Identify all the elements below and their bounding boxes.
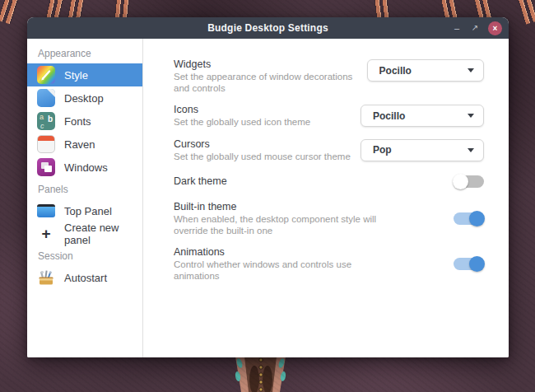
setting-row-animations: Animations Control whether windows and c…: [174, 246, 484, 282]
sidebar-item-label: Top Panel: [64, 205, 112, 217]
dropdown-value: Pop: [373, 144, 468, 156]
setting-title: Cursors: [174, 138, 351, 151]
sidebar-item-label: Create new panel: [64, 222, 142, 246]
sidebar-item-label: Desktop: [64, 92, 104, 105]
setting-title: Dark theme: [174, 175, 227, 188]
setting-description: Set the globally used icon theme: [174, 117, 310, 128]
sidebar-item-autostart[interactable]: Autostart: [27, 266, 142, 289]
fonts-icon-letter: a: [40, 113, 44, 121]
window-title: Budgie Desktop Settings: [27, 22, 509, 34]
toggle-knob: [469, 211, 485, 226]
setting-row-built-in-theme: Built-in theme When enabled, the desktop…: [174, 201, 484, 236]
panel-icon: [37, 204, 55, 217]
fonts-icon: a b c: [37, 112, 55, 130]
setting-row-dark-theme: Dark theme: [174, 175, 484, 188]
setting-description: Set the globally used mouse cursor theme: [174, 152, 351, 163]
sidebar-item-raven[interactable]: Raven: [27, 133, 142, 156]
wallpaper-ribbon: [0, 0, 20, 25]
animations-toggle[interactable]: [454, 258, 484, 270]
raven-icon: [37, 135, 55, 153]
icons-theme-dropdown[interactable]: Pocillo: [361, 105, 484, 127]
setting-title: Animations: [174, 246, 379, 259]
section-session: Session: [27, 245, 142, 266]
setting-description: Control whether windows and controls use…: [174, 259, 379, 282]
setting-title: Built-in theme: [174, 201, 379, 213]
built-in-theme-toggle[interactable]: [454, 212, 484, 225]
minimize-icon[interactable]: –: [452, 24, 462, 33]
desktop-icon: [37, 89, 55, 107]
setting-row-icons: Icons Set the globally used icon theme P…: [174, 104, 484, 128]
autostart-icon: [37, 268, 55, 287]
chevron-down-icon: [468, 148, 474, 152]
sidebar-item-label: Autostart: [64, 272, 107, 284]
widgets-theme-dropdown[interactable]: Pocillo: [367, 59, 484, 82]
setting-title: Widgets: [174, 58, 367, 71]
sidebar: Appearance Style Desktop a b c: [27, 39, 143, 357]
style-icon: [37, 66, 55, 84]
setting-title: Icons: [174, 104, 310, 116]
fonts-icon-letter: b: [48, 114, 53, 124]
titlebar[interactable]: Budgie Desktop Settings – ↗ ×: [27, 17, 509, 39]
cursors-theme-dropdown[interactable]: Pop: [361, 139, 484, 161]
sidebar-item-label: Fonts: [64, 115, 91, 128]
wallpaper-ribbon: [517, 0, 535, 25]
maximize-icon[interactable]: ↗: [470, 24, 480, 32]
sidebar-item-style[interactable]: Style: [27, 63, 142, 86]
chevron-down-icon: [468, 114, 474, 118]
sidebar-item-windows[interactable]: Windows: [27, 156, 142, 179]
settings-panel: Widgets Set the appearance of window dec…: [143, 39, 509, 357]
setting-row-cursors: Cursors Set the globally used mouse curs…: [174, 138, 484, 163]
dropdown-value: Pocillo: [379, 65, 468, 77]
sidebar-item-desktop[interactable]: Desktop: [27, 86, 142, 110]
close-icon[interactable]: ×: [488, 21, 502, 35]
toggle-knob: [469, 256, 485, 272]
sidebar-item-fonts[interactable]: a b c Fonts: [27, 110, 142, 133]
wallpaper-ornament: [230, 357, 291, 392]
sidebar-item-label: Style: [64, 69, 88, 82]
dropdown-value: Pocillo: [373, 110, 468, 122]
sidebar-item-label: Raven: [64, 138, 95, 151]
setting-row-widgets: Widgets Set the appearance of window dec…: [174, 58, 484, 94]
dark-theme-toggle[interactable]: [454, 175, 484, 188]
budgie-settings-window: Budgie Desktop Settings – ↗ × Appearance…: [27, 17, 509, 357]
windows-icon: [37, 158, 55, 176]
toggle-knob: [453, 174, 468, 189]
fonts-icon-letter: c: [40, 122, 44, 130]
chevron-down-icon: [468, 68, 474, 72]
sidebar-item-label: Windows: [64, 161, 108, 174]
sidebar-item-create-new-panel[interactable]: + Create new panel: [27, 222, 142, 245]
plus-icon: +: [37, 226, 55, 242]
sidebar-item-top-panel[interactable]: Top Panel: [27, 199, 142, 222]
section-appearance: Appearance: [27, 43, 142, 63]
window-controls: – ↗ ×: [452, 21, 509, 35]
setting-description: Set the appearance of window decorations…: [174, 72, 367, 94]
setting-description: When enabled, the desktop component styl…: [174, 214, 379, 236]
section-panels: Panels: [27, 179, 142, 199]
